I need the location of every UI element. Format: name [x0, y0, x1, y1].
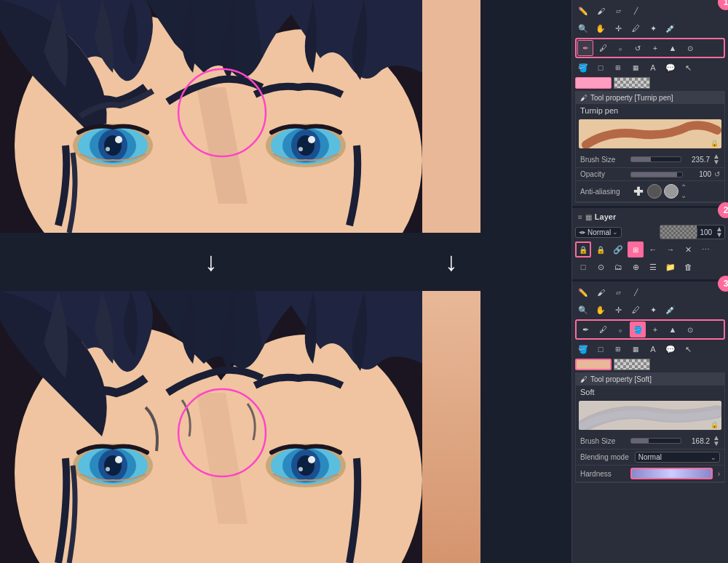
hardness-arrow[interactable]: ›: [718, 470, 720, 478]
bucket-icon[interactable]: 🪣: [575, 60, 591, 76]
fill-icon[interactable]: ▲: [665, 40, 681, 56]
flow-icon[interactable]: ⊙: [682, 40, 698, 56]
text-icon[interactable]: A: [645, 60, 661, 76]
rect2-icon[interactable]: □: [593, 341, 609, 357]
layer-arrow2-icon[interactable]: →: [662, 241, 678, 257]
brush-preview-1: 🔒: [579, 119, 721, 148]
hardness-label: Hardness: [580, 470, 628, 478]
pen3-icon[interactable]: 🖊: [628, 302, 644, 318]
fountain-pen-icon[interactable]: 🖋: [595, 40, 611, 56]
eraser2-icon[interactable]: ▱: [610, 284, 626, 300]
cursor-icon[interactable]: ↖: [680, 60, 696, 76]
swatch-pink[interactable]: [575, 77, 612, 89]
mag2-icon[interactable]: 🔍: [575, 302, 591, 318]
brush-size-value-3: 168.2: [684, 437, 710, 445]
opacity-bar-1[interactable]: [630, 172, 683, 177]
tool-property-header-3: 🖌 Tool property [Soft]: [576, 373, 724, 386]
canvas-area: ↓ ↓: [0, 0, 571, 563]
fp2-icon[interactable]: 🖋: [595, 322, 611, 338]
grid-icon[interactable]: ⊞: [610, 60, 626, 76]
brush2-icon[interactable]: 🖌: [593, 284, 609, 300]
smudge-icon[interactable]: ╱: [628, 3, 644, 19]
balloon2-icon[interactable]: 💬: [662, 341, 678, 357]
opacity-label-1: Opacity: [580, 170, 628, 178]
pencil2-icon[interactable]: ✏️: [575, 284, 591, 300]
arrow-left-container: ↓: [0, 249, 422, 275]
pen2-icon[interactable]: ⬦: [612, 40, 628, 56]
swatch-checker-2[interactable]: [614, 359, 650, 370]
layer-group-icon[interactable]: 🗂: [610, 259, 626, 275]
svg-rect-18: [422, 0, 480, 233]
layer-padlock-icon[interactable]: 🔗: [610, 241, 626, 257]
cursor2-icon[interactable]: ↖: [680, 341, 696, 357]
swatch-checker[interactable]: [614, 77, 650, 89]
paint2-icon[interactable]: ▦: [628, 341, 644, 357]
layer-arrow1-icon[interactable]: ←: [645, 241, 661, 257]
svg-rect-37: [422, 291, 480, 563]
flow2-icon[interactable]: ⊙: [682, 322, 698, 338]
pen-icon[interactable]: 🖊: [628, 20, 644, 36]
move2-icon[interactable]: ✛: [610, 302, 626, 318]
layer-ref-icon[interactable]: ☰: [645, 259, 661, 275]
rect-icon[interactable]: □: [593, 60, 609, 76]
hand2-icon[interactable]: ✋: [593, 302, 609, 318]
aa-dark-icon[interactable]: [647, 184, 662, 199]
rotate-icon[interactable]: ↺: [630, 40, 646, 56]
brush-size-arrows-3[interactable]: ▲▼: [713, 435, 720, 447]
pencil-icon[interactable]: ✏️: [575, 3, 591, 19]
tool-icons-row-3d: 🪣 □ ⊞ ▦ A 💬 ↖: [575, 341, 725, 357]
svg-point-35: [298, 467, 303, 471]
tool-icons-row-3: ✒ 🖋 ⬦ ↺ + ▲ ⊙: [575, 38, 725, 58]
canvas-top[interactable]: [0, 0, 422, 233]
pen4-icon[interactable]: ✒: [577, 322, 593, 338]
opacity-arrows-1[interactable]: ↺: [714, 172, 720, 177]
layer-menu-icon[interactable]: ≡: [578, 213, 582, 221]
hand-icon[interactable]: ✋: [593, 20, 609, 36]
hardness-bar[interactable]: [630, 468, 713, 479]
brush-size-arrows-1[interactable]: ▲▼: [713, 153, 720, 165]
blending-mode-value: Normal: [638, 453, 662, 461]
pen5-icon[interactable]: ⬦: [612, 322, 628, 338]
tool-icons-row-4: 🪣 □ ⊞ ▦ A 💬 ↖: [575, 60, 725, 76]
magnifier-icon[interactable]: 🔍: [575, 20, 591, 36]
brush-size-bar-3[interactable]: [630, 438, 681, 444]
layer-opacity-arrows[interactable]: ▲▼: [714, 226, 724, 238]
fill2-icon[interactable]: ▲: [665, 322, 681, 338]
paint-icon[interactable]: ▦: [628, 60, 644, 76]
layer-mode-box[interactable]: ◂▸ Normal ⌄: [575, 227, 622, 238]
layer-merge-icon[interactable]: ⊕: [628, 259, 644, 275]
eyedrop-icon[interactable]: 💉: [662, 20, 678, 36]
text2-icon[interactable]: A: [645, 341, 661, 357]
bucket3-icon[interactable]: 🪣: [575, 341, 591, 357]
layer-lock2-icon[interactable]: 🔒: [593, 241, 609, 257]
eye2-icon[interactable]: 💉: [662, 302, 678, 318]
plus-icon[interactable]: +: [647, 40, 663, 56]
eraser-icon[interactable]: ▱: [610, 3, 626, 19]
star2-icon[interactable]: ✦: [645, 302, 661, 318]
layer-folder-icon[interactable]: 📁: [662, 259, 678, 275]
swatch-skin[interactable]: [575, 359, 612, 370]
star-icon[interactable]: ✦: [645, 20, 661, 36]
aa-arrows[interactable]: ⌃⌄: [681, 183, 687, 199]
layer-combine-icon[interactable]: ⊞: [628, 241, 644, 257]
layer-trash-icon[interactable]: 🗑: [680, 259, 696, 275]
pen-active-icon[interactable]: ✒: [577, 40, 593, 56]
aa-cross-icon[interactable]: ✚: [630, 184, 645, 199]
brush-icon[interactable]: 🖌: [593, 3, 609, 19]
layer-new-icon[interactable]: □: [575, 259, 591, 275]
plus2-icon[interactable]: +: [647, 322, 663, 338]
smudge2-icon[interactable]: ╱: [628, 284, 644, 300]
balloon-icon[interactable]: 💬: [662, 60, 678, 76]
layer-dots-icon[interactable]: ⋯: [697, 241, 713, 257]
brush-size-bar-1[interactable]: [630, 156, 681, 162]
blending-mode-box[interactable]: Normal ⌄: [635, 452, 720, 463]
layer-copy-icon[interactable]: ⊙: [593, 259, 609, 275]
move-icon[interactable]: ✛: [610, 20, 626, 36]
bucket2-icon[interactable]: 🪣: [630, 322, 646, 338]
canvas-bottom[interactable]: [0, 291, 422, 563]
layer-lock-icon[interactable]: 🔒: [575, 241, 591, 257]
aa-light-icon[interactable]: [664, 184, 678, 199]
layer-x-icon[interactable]: ✕: [680, 241, 696, 257]
grid2-icon[interactable]: ⊞: [610, 341, 626, 357]
tool-property-title: Tool property [Turnip pen]: [590, 94, 673, 102]
